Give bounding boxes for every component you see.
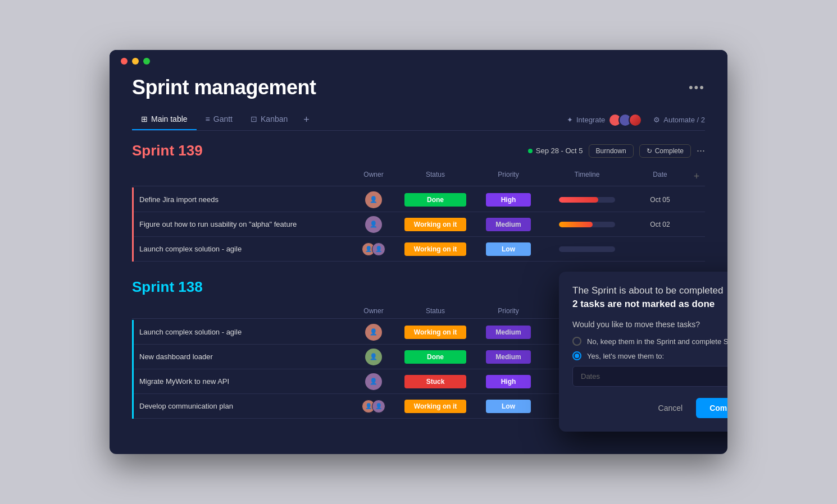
status-cell: Done	[396, 350, 475, 364]
owner-cell: 👤	[351, 216, 396, 233]
nav-right: ✦ Integrate ⚙ Automate / 2	[567, 113, 705, 127]
priority-cell: Medium	[475, 218, 542, 231]
priority-cell: High	[475, 375, 542, 388]
sprint-139-more-btn[interactable]: ···	[697, 145, 705, 157]
table-icon: ⊞	[141, 114, 148, 123]
priority-badge: High	[486, 193, 531, 207]
add-column-btn[interactable]: +	[688, 171, 705, 182]
status-badge: Done	[404, 350, 466, 364]
tab-gantt[interactable]: ≡ Gantt	[197, 110, 242, 130]
timeline-bar	[559, 246, 615, 252]
tab-main-table[interactable]: ⊞ Main table	[132, 110, 197, 130]
col-priority: Priority	[475, 307, 542, 315]
status-cell: Working on it	[396, 218, 475, 231]
radio-option-move[interactable]: Yes, let's move them to:	[572, 351, 727, 360]
modal-title-line1: The Sprint is about to be completed	[572, 285, 727, 296]
sprint-138-title: Sprint 138	[132, 278, 203, 296]
window-minimize-btn[interactable]	[132, 58, 139, 65]
integrate-icon: ✦	[567, 116, 573, 124]
more-options-btn[interactable]: •••	[689, 80, 705, 95]
priority-cell: High	[475, 193, 542, 207]
timeline-cell	[542, 246, 632, 252]
col-owner: Owner	[351, 171, 396, 182]
col-task	[132, 307, 351, 315]
avatar: 👤	[365, 216, 382, 233]
task-name: New dashboard loader	[134, 347, 351, 366]
sprint-139-date: Sep 28 - Oct 5	[528, 146, 583, 155]
complete-sprint-btn[interactable]: ↻ Complete	[639, 144, 691, 158]
radio-btn-move[interactable]	[572, 351, 581, 360]
task-name: Launch complex solution - agile	[134, 322, 351, 342]
status-cell: Working on it	[396, 400, 475, 413]
status-cell: Stuck	[396, 375, 475, 388]
owner-cell: 👤	[351, 324, 396, 341]
task-name: Migrate MyWork to new API	[134, 372, 351, 391]
table-row: Launch complex solution - agile 👤 👤 Work…	[134, 237, 705, 262]
timeline-bar	[559, 197, 615, 203]
kanban-icon: ⊡	[251, 114, 257, 123]
cancel-button[interactable]: Cancel	[652, 399, 690, 417]
avatar: 👤	[365, 324, 382, 341]
sprint-139-meta: Sep 28 - Oct 5 Burndown ↻ Complete ···	[528, 144, 705, 158]
timeline-cell	[542, 197, 632, 203]
timeline-fill	[559, 222, 593, 227]
task-name: Figure out how to run usability on "alph…	[134, 214, 351, 234]
col-date: Date	[632, 171, 688, 182]
priority-badge: Medium	[486, 350, 531, 364]
priority-badge: Medium	[486, 326, 531, 339]
radio-btn-keep[interactable]	[572, 337, 581, 346]
burndown-btn[interactable]: Burndown	[589, 144, 634, 158]
status-badge: Working on it	[404, 400, 466, 413]
refresh-icon: ↻	[647, 147, 652, 155]
col-owner: Owner	[351, 307, 396, 315]
status-badge: Working on it	[404, 218, 466, 231]
owner-cell: 👤	[351, 191, 396, 208]
task-name: Define Jira import needs	[134, 190, 351, 209]
status-badge: Working on it	[404, 326, 466, 339]
header-actions: •••	[689, 80, 705, 95]
modal-footer: Cancel Complete	[572, 398, 727, 418]
task-name: Launch complex solution - agile	[134, 239, 351, 259]
tab-kanban[interactable]: ⊡ Kanban	[242, 110, 297, 130]
modal-title-line2: 2 tasks are not marked as done	[572, 299, 727, 310]
avatar-group	[608, 113, 642, 127]
table-row: Define Jira import needs 👤 Done High	[134, 187, 705, 212]
timeline-cell	[542, 222, 632, 227]
date-cell: Oct 05	[632, 196, 688, 204]
app-window: Sprint management ••• ⊞ Main table ≡ Gan…	[110, 50, 727, 454]
sprint-139-title: Sprint 139	[132, 142, 203, 159]
active-dot	[528, 149, 533, 153]
priority-badge: Low	[486, 242, 531, 256]
integrate-btn[interactable]: ✦ Integrate	[567, 113, 642, 127]
priority-cell: Medium	[475, 326, 542, 339]
window-maximize-btn[interactable]	[143, 58, 150, 65]
timeline-fill	[559, 197, 598, 203]
owner-cell: 👤	[351, 349, 396, 365]
sprint-139-section: Sprint 139 Sep 28 - Oct 5 Burndown ↻ Com…	[132, 142, 705, 262]
timeline-bar	[559, 222, 615, 227]
owner-cell: 👤 👤	[351, 400, 396, 413]
priority-badge: High	[486, 375, 531, 388]
complete-sprint-modal: ✕ The Sprint is about to be completed 2 …	[559, 272, 727, 432]
priority-badge: Medium	[486, 218, 531, 231]
col-task	[132, 171, 351, 182]
col-status: Status	[396, 171, 475, 182]
task-name: Develop communication plan	[134, 396, 351, 416]
avatar: 👤	[365, 191, 382, 208]
automate-icon: ⚙	[653, 116, 660, 124]
modal-question: Would you like to move these tasks?	[572, 320, 727, 329]
complete-button[interactable]: Complete	[696, 398, 727, 418]
status-badge: Stuck	[404, 375, 466, 388]
priority-cell: Low	[475, 400, 542, 413]
priority-badge: Low	[486, 400, 531, 413]
nav-bar: ⊞ Main table ≡ Gantt ⊡ Kanban + ✦ Integr…	[132, 109, 705, 131]
add-view-btn[interactable]: +	[297, 109, 316, 130]
move-to-dropdown[interactable]: Dates ▾	[572, 366, 727, 387]
radio-option-keep[interactable]: No, keep them in the Sprint and complete…	[572, 337, 727, 346]
col-status: Status	[396, 307, 475, 315]
status-cell: Done	[396, 193, 475, 207]
automate-btn[interactable]: ⚙ Automate / 2	[653, 116, 705, 124]
window-close-btn[interactable]	[121, 58, 128, 65]
sprint-139-header: Sprint 139 Sep 28 - Oct 5 Burndown ↻ Com…	[132, 142, 705, 159]
owner-cell: 👤	[351, 373, 396, 390]
